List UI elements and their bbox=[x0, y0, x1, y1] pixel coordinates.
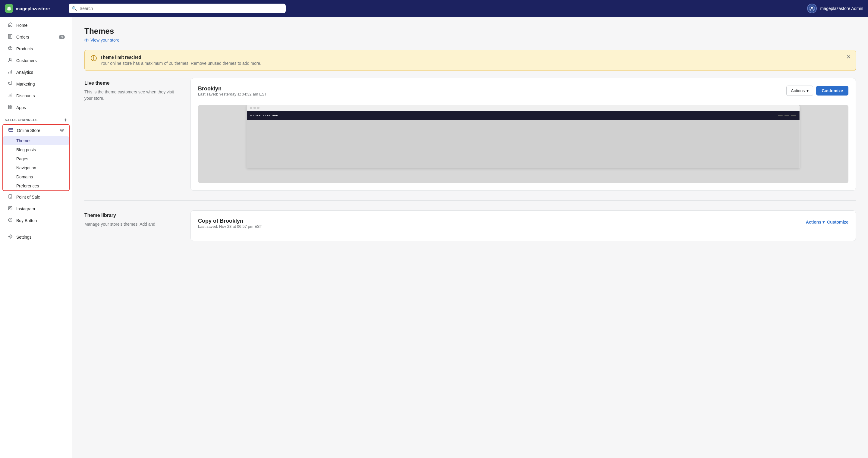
sidebar-item-settings[interactable]: Settings bbox=[2, 231, 70, 243]
svg-point-35 bbox=[93, 59, 94, 60]
svg-point-22 bbox=[60, 129, 64, 131]
svg-point-27 bbox=[9, 207, 11, 209]
sidebar-item-pages[interactable]: Pages bbox=[3, 154, 69, 163]
svg-rect-10 bbox=[11, 70, 12, 73]
pos-icon bbox=[7, 194, 13, 200]
library-theme-actions-button[interactable]: Actions ▾ bbox=[806, 218, 825, 226]
store-logo[interactable]: mageplazastore bbox=[5, 4, 65, 13]
browser-dot-yellow bbox=[253, 107, 256, 109]
sidebar-item-buy-button[interactable]: Buy Button bbox=[2, 215, 70, 226]
library-theme-card-header: Copy of Brooklyn Last saved: Nov 23 at 0… bbox=[198, 218, 848, 233]
svg-line-11 bbox=[9, 84, 9, 85]
sidebar-item-products[interactable]: Products bbox=[2, 43, 70, 55]
orders-badge: 9 bbox=[59, 35, 65, 39]
customers-icon bbox=[7, 58, 13, 64]
sidebar-item-point-of-sale[interactable]: Point of Sale bbox=[2, 191, 70, 203]
alert-close-button[interactable]: ✕ bbox=[846, 54, 851, 60]
theme-library-title: Theme library bbox=[84, 213, 181, 218]
sidebar-item-customers[interactable]: Customers bbox=[2, 55, 70, 66]
page-title: Themes bbox=[84, 27, 856, 36]
svg-point-23 bbox=[61, 130, 63, 131]
live-theme-info: Live theme This is the theme customers s… bbox=[84, 78, 181, 191]
svg-point-31 bbox=[85, 39, 88, 41]
browser-store-name: MAGEPLAZASTORE bbox=[250, 114, 278, 117]
search-input[interactable] bbox=[69, 4, 286, 13]
preferences-label: Preferences bbox=[16, 184, 39, 188]
live-theme-name: Brooklyn bbox=[198, 86, 267, 92]
sidebar-item-discounts[interactable]: Discounts bbox=[2, 90, 70, 102]
alert-title: Theme limit reached bbox=[100, 55, 261, 60]
eye-icon[interactable] bbox=[60, 128, 64, 133]
sidebar-item-marketing[interactable]: Marketing bbox=[2, 78, 70, 90]
themes-label: Themes bbox=[16, 138, 32, 143]
online-store-selected-group: Online Store Themes Blog posts Pages Nav… bbox=[2, 124, 70, 191]
sidebar-item-label: Discounts bbox=[16, 93, 35, 98]
pages-label: Pages bbox=[16, 156, 28, 161]
live-theme-title: Live theme bbox=[84, 80, 181, 86]
view-store-label: View your store bbox=[90, 38, 119, 42]
sidebar-item-navigation[interactable]: Navigation bbox=[3, 163, 69, 172]
svg-rect-26 bbox=[8, 206, 12, 210]
domains-label: Domains bbox=[16, 174, 33, 179]
svg-rect-9 bbox=[10, 71, 10, 73]
search-icon: 🔍 bbox=[72, 6, 77, 11]
browser-body bbox=[247, 120, 800, 168]
store-name-label: mageplazastore bbox=[16, 6, 50, 11]
live-theme-section: Live theme This is the theme customers s… bbox=[84, 78, 856, 201]
avatar[interactable] bbox=[807, 4, 817, 13]
alert-icon bbox=[91, 55, 97, 63]
live-theme-actions-button[interactable]: Actions ▾ bbox=[786, 86, 813, 96]
svg-point-13 bbox=[10, 96, 11, 96]
main-content: Themes View your store Theme limit reach… bbox=[72, 17, 868, 458]
alert-description: Your online store has a maximum of 20 th… bbox=[100, 61, 261, 66]
alert-content: Theme limit reached Your online store ha… bbox=[100, 55, 261, 66]
page-header: Themes View your store bbox=[84, 27, 856, 42]
top-nav-right: mageplazastore Admin bbox=[807, 4, 863, 13]
svg-rect-15 bbox=[8, 105, 10, 107]
sidebar-item-label: Products bbox=[16, 46, 33, 51]
sidebar-item-label: Buy Button bbox=[16, 218, 37, 223]
svg-point-32 bbox=[86, 39, 87, 41]
live-theme-actions: Actions ▾ Customize bbox=[786, 86, 848, 96]
orders-icon bbox=[7, 34, 13, 40]
sidebar-item-home[interactable]: Home bbox=[2, 20, 70, 31]
sidebar-item-label: Analytics bbox=[16, 70, 33, 75]
analytics-icon bbox=[7, 69, 13, 75]
nav-item-1 bbox=[778, 115, 783, 116]
chevron-down-icon: ▾ bbox=[807, 88, 809, 93]
theme-library-info: Theme library Manage your store's themes… bbox=[84, 210, 181, 241]
sidebar-item-blog-posts[interactable]: Blog posts bbox=[3, 145, 69, 154]
add-sales-channel-button[interactable]: + bbox=[64, 117, 67, 123]
svg-point-28 bbox=[11, 207, 12, 207]
sidebar-item-label: Marketing bbox=[16, 81, 35, 87]
sidebar-item-domains[interactable]: Domains bbox=[3, 172, 69, 182]
sidebar-item-apps[interactable]: Apps bbox=[2, 102, 70, 113]
view-store-link[interactable]: View your store bbox=[84, 38, 856, 42]
online-store-icon bbox=[8, 127, 14, 133]
sidebar-item-label: Orders bbox=[16, 35, 29, 39]
sidebar-item-label: Customers bbox=[16, 58, 37, 63]
nav-item-2 bbox=[784, 115, 789, 116]
admin-name-label: mageplazastore Admin bbox=[820, 6, 863, 11]
sidebar-item-themes[interactable]: Themes bbox=[3, 136, 69, 145]
svg-rect-19 bbox=[9, 128, 13, 131]
main-layout: Home Orders 9 Products Customers A bbox=[0, 17, 868, 458]
sidebar-item-orders[interactable]: Orders 9 bbox=[2, 31, 70, 43]
sidebar-item-instagram[interactable]: Instagram bbox=[2, 203, 70, 215]
sidebar-item-online-store[interactable]: Online Store bbox=[3, 125, 69, 136]
sidebar-divider bbox=[0, 229, 72, 229]
library-theme-customize-button[interactable]: Customize bbox=[827, 218, 848, 226]
top-navigation: mageplazastore 🔍 mageplazastore Admin bbox=[0, 0, 868, 17]
buy-button-icon bbox=[7, 218, 13, 224]
library-theme-card: Copy of Brooklyn Last saved: Nov 23 at 0… bbox=[190, 210, 856, 241]
search-bar[interactable]: 🔍 bbox=[69, 4, 286, 13]
settings-label: Settings bbox=[16, 235, 32, 239]
sidebar-item-analytics[interactable]: Analytics bbox=[2, 67, 70, 78]
svg-rect-17 bbox=[8, 107, 10, 109]
nav-item-3 bbox=[791, 115, 796, 116]
settings-icon bbox=[7, 234, 13, 240]
sidebar-item-preferences[interactable]: Preferences bbox=[3, 182, 69, 190]
live-theme-card: Brooklyn Last saved: Yesterday at 04:32 … bbox=[190, 78, 856, 191]
chevron-down-icon: ▾ bbox=[823, 220, 825, 225]
live-theme-customize-button[interactable]: Customize bbox=[816, 86, 848, 96]
